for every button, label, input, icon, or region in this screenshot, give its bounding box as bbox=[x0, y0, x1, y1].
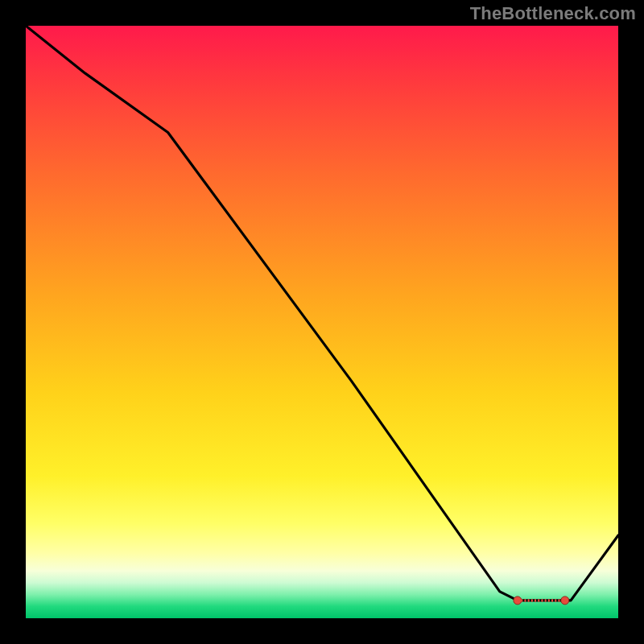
marker-dash bbox=[545, 599, 547, 602]
marker-dash bbox=[528, 599, 530, 602]
marker-dash bbox=[548, 599, 550, 602]
marker-dash bbox=[555, 599, 556, 602]
marker-dash bbox=[562, 599, 564, 602]
marker-dash bbox=[551, 599, 553, 602]
marker-dash bbox=[521, 599, 522, 602]
chart-svg bbox=[26, 26, 618, 618]
marker-dash bbox=[524, 599, 526, 602]
marker-dash bbox=[558, 599, 559, 602]
chart-container: TheBottleneck.com bbox=[0, 0, 644, 644]
curve-path bbox=[26, 26, 618, 601]
marker-dash bbox=[535, 599, 536, 602]
plot-area bbox=[26, 26, 618, 618]
marker-dash bbox=[541, 599, 543, 602]
watermark-text: TheBottleneck.com bbox=[470, 3, 636, 24]
marker-dash bbox=[518, 599, 519, 602]
marker-dash bbox=[538, 599, 539, 602]
markers-group bbox=[514, 597, 569, 605]
marker-dash bbox=[531, 599, 533, 602]
